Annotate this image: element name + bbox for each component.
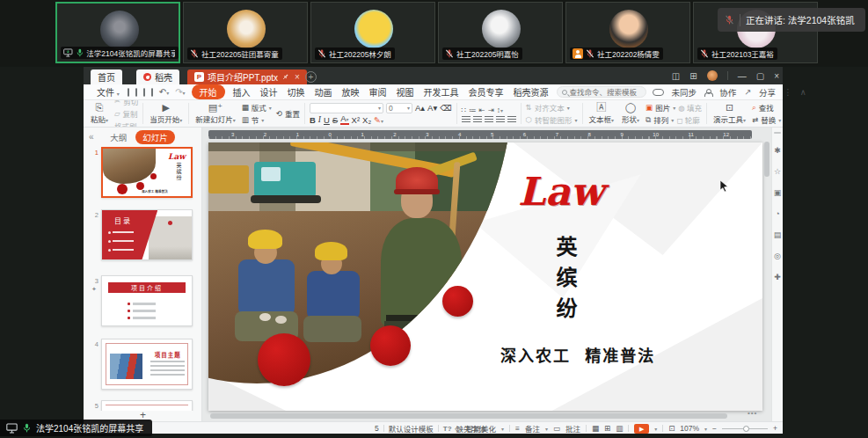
- effects-icon[interactable]: ☆: [774, 167, 781, 176]
- ribbon-tab-transition[interactable]: 切换: [286, 84, 307, 99]
- rail-handle[interactable]: [774, 132, 781, 134]
- bold-button[interactable]: B: [310, 115, 316, 125]
- slide-photo-workers[interactable]: [208, 142, 507, 387]
- vertical-scrollbar[interactable]: [764, 142, 770, 405]
- cut-button[interactable]: ✂ 剪切: [114, 100, 138, 106]
- slide-thumbnail-2[interactable]: 目录: [101, 209, 193, 260]
- red-circle-decor[interactable]: [442, 286, 473, 317]
- share-label[interactable]: 分享: [759, 86, 776, 99]
- ribbon-tab-devtools[interactable]: 开发工具: [422, 84, 461, 99]
- format-painter-button[interactable]: 格式刷: [114, 120, 138, 128]
- bullet-list-icon[interactable]: ∷: [462, 106, 466, 114]
- align-text-button[interactable]: ⇅ 对齐文本▾: [526, 102, 578, 113]
- menu-file[interactable]: 文件 ▾: [95, 84, 121, 99]
- cloud-sync-icon[interactable]: [653, 89, 664, 96]
- fit-slide-icon[interactable]: ⊡: [668, 424, 675, 433]
- normal-view-icon[interactable]: ▦: [592, 424, 599, 433]
- font-name-combo[interactable]: ▾: [310, 103, 383, 113]
- textbox-button[interactable]: 🄰 文本框▾: [587, 103, 616, 124]
- horizontal-scrollbar[interactable]: [208, 413, 740, 419]
- new-tab-button[interactable]: +: [305, 71, 317, 83]
- comments-label[interactable]: 批注: [565, 423, 580, 434]
- reading-view-icon[interactable]: ▥: [616, 424, 623, 433]
- to-smartart-button[interactable]: ⬡ 转智能图形▾: [526, 114, 578, 125]
- notes-icon[interactable]: ≡: [515, 424, 520, 433]
- slide-title-en[interactable]: Law: [518, 169, 641, 214]
- copy-button[interactable]: ▱ 复制: [114, 108, 138, 119]
- close-tab-icon[interactable]: ×: [295, 72, 300, 82]
- command-search[interactable]: [557, 86, 646, 98]
- collapse-panel-icon[interactable]: «: [89, 132, 94, 142]
- scrollbar-more-icon[interactable]: •••: [748, 409, 757, 417]
- ribbon-tab-review[interactable]: 审阅: [368, 84, 389, 99]
- beautify-label[interactable]: 智能美化: [466, 423, 496, 434]
- collaborate-label[interactable]: 协作: [719, 86, 736, 99]
- ribbon-tab-animation[interactable]: 动画: [313, 84, 334, 99]
- helper-icon[interactable]: ◎: [774, 252, 781, 260]
- find-button[interactable]: ⌕ 查找: [752, 102, 781, 113]
- workspace-grid-icon[interactable]: ⊞: [689, 71, 697, 81]
- justify-icon[interactable]: [496, 116, 505, 122]
- slide-thumbnail-3[interactable]: 项目介绍: [101, 275, 193, 326]
- media-icon[interactable]: ▤: [774, 230, 782, 239]
- save-icon[interactable]: [128, 88, 129, 97]
- underline-button[interactable]: U: [324, 115, 330, 125]
- skin-icon[interactable]: ◫: [672, 71, 680, 81]
- properties-icon[interactable]: ✱: [774, 146, 781, 155]
- collaborate-icon[interactable]: [704, 89, 711, 96]
- clear-format-icon[interactable]: ⌫: [440, 103, 451, 113]
- slide-thumbnail-1[interactable]: Law 英缤纷 深入农工 精准普法: [101, 147, 193, 198]
- slide-title-cn[interactable]: 英缤纷: [550, 236, 580, 328]
- tab-home[interactable]: 首页: [91, 69, 122, 84]
- editing-canvas[interactable]: 3 2 1 0 1 2 3 4 5 6 7 8 9 10 11 12: [202, 128, 771, 421]
- sync-status[interactable]: 未同步: [672, 86, 697, 99]
- zoom-slider[interactable]: [722, 428, 768, 429]
- zoom-slider-knob[interactable]: [743, 426, 749, 432]
- ribbon-tab-vip[interactable]: 会员专享: [467, 84, 506, 99]
- ribbon-tab-design[interactable]: 设计: [259, 84, 280, 99]
- font-color-button[interactable]: A▾: [340, 115, 348, 125]
- red-circle-decor[interactable]: [370, 325, 411, 366]
- export-icon[interactable]: [135, 88, 137, 97]
- scrollbar-thumb[interactable]: [764, 142, 770, 177]
- replace-button[interactable]: ⇄ 替换▾: [752, 114, 781, 125]
- align-center-icon[interactable]: [473, 116, 482, 122]
- strike-button[interactable]: S: [332, 115, 338, 125]
- pin-icon[interactable]: [281, 73, 289, 81]
- tab-outline[interactable]: 大纲: [110, 131, 127, 143]
- zoom-level[interactable]: 107%: [680, 424, 699, 433]
- align-right-icon[interactable]: [485, 116, 493, 122]
- layout-button[interactable]: ▦ 版式▾: [242, 102, 272, 113]
- screen-share-toast[interactable]: 法学2104张铭凯的屏幕共享: [0, 420, 152, 436]
- maximize-button[interactable]: ▢: [756, 71, 764, 81]
- tab-slides[interactable]: 幻灯片: [135, 130, 175, 144]
- ribbon-tab-insert[interactable]: 插入: [231, 84, 252, 99]
- undo-icon[interactable]: ↶▾: [159, 87, 169, 97]
- ribbon-tab-slideshow[interactable]: 放映: [340, 84, 361, 99]
- align-left-icon[interactable]: [462, 116, 470, 122]
- italic-button[interactable]: I: [318, 115, 321, 124]
- participant-tile[interactable]: 社工202205明嘉怡: [438, 2, 563, 63]
- tab-docer[interactable]: 稻壳: [136, 69, 179, 84]
- collapse-ribbon-icon[interactable]: ∧: [800, 87, 806, 97]
- participant-tile-sharer[interactable]: 法学2104张铭凯的屏幕共享: [55, 2, 180, 63]
- comments-icon[interactable]: ▭: [553, 424, 560, 433]
- line-spacing-icon[interactable]: ↕▾: [497, 106, 503, 114]
- fill-button[interactable]: ◍ 填充: [678, 102, 702, 113]
- subscript-button[interactable]: X₂: [362, 115, 371, 125]
- ribbon-tab-view[interactable]: 视图: [395, 84, 416, 99]
- redo-icon[interactable]: ↷▾: [175, 87, 185, 97]
- indent-icon[interactable]: ⇥: [488, 106, 494, 114]
- outdent-icon[interactable]: ⇤: [479, 106, 485, 114]
- search-input[interactable]: [570, 88, 646, 97]
- distribute-icon[interactable]: [507, 116, 516, 122]
- picture-button[interactable]: ▣ 图片▾ ◍ 填充: [646, 102, 702, 113]
- outline-button[interactable]: ◻ 轮廓: [676, 114, 699, 125]
- participant-tile[interactable]: 社工202202杨倩雯: [565, 2, 690, 63]
- share-arrow-icon[interactable]: ↗: [744, 87, 751, 97]
- arrange-button[interactable]: ⧉ 排列▾ ◻ 轮廓: [646, 114, 702, 125]
- participant-tile[interactable]: 社工202205驻团慕寄童: [183, 2, 308, 63]
- slide-tagline[interactable]: 深入农工 精准普法: [500, 343, 655, 366]
- zoom-out-button[interactable]: −: [712, 424, 717, 433]
- ribbon-tab-docer-res[interactable]: 稻壳资源: [512, 84, 551, 99]
